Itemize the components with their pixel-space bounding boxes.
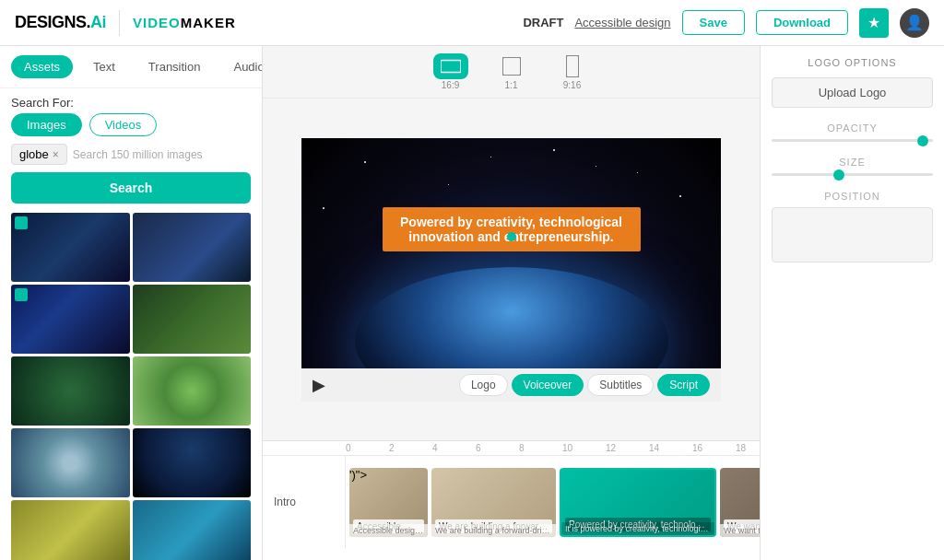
- size-section: SIZE: [772, 157, 933, 180]
- subtitles-tab[interactable]: Subtitles: [587, 374, 654, 396]
- search-placeholder: Search 150 million images: [73, 148, 203, 161]
- format-9-16-icon: [555, 53, 590, 79]
- accessible-design-link[interactable]: Accessible design: [574, 16, 670, 29]
- video-area: Powered by creativity, technological inn…: [263, 99, 760, 440]
- search-for-label: Search For:: [0, 88, 262, 113]
- header-right: DRAFT Accessible design Save Download ★ …: [523, 8, 929, 38]
- star-icon: ★: [867, 14, 880, 31]
- play-button[interactable]: ▶: [313, 375, 325, 395]
- svg-rect-0: [441, 60, 461, 72]
- size-label: SIZE: [772, 157, 933, 168]
- app-header: DESIGNS.Ai VIDEOMAKER DRAFT Accessible d…: [0, 0, 944, 46]
- image-item[interactable]: [11, 500, 130, 560]
- image-item[interactable]: [11, 285, 130, 354]
- app-prefix: VIDEO: [133, 15, 181, 30]
- avatar-button[interactable]: 👤: [900, 8, 929, 38]
- video-frame: Powered by creativity, technological inn…: [301, 138, 721, 368]
- control-tabs: Logo Voiceover Subtitles Script: [459, 374, 710, 396]
- app-name: VIDEOMAKER: [133, 15, 236, 30]
- type-videos-button[interactable]: Videos: [89, 113, 158, 136]
- tab-assets[interactable]: Assets: [11, 55, 73, 78]
- ruler-mark: 12: [606, 443, 649, 453]
- image-item[interactable]: [133, 428, 252, 497]
- image-item[interactable]: [133, 213, 252, 282]
- format-9-16-label: 9:16: [563, 80, 581, 90]
- clip-sublabel: We are building a forward-driven creativ…: [431, 524, 556, 537]
- timeline-clip-3[interactable]: Powered by creativity, technological inn…: [560, 468, 716, 537]
- opacity-label: OPACITY: [772, 122, 933, 134]
- download-button[interactable]: Download: [756, 10, 848, 35]
- logo-tab[interactable]: Logo: [459, 374, 508, 396]
- selection-handle[interactable]: [507, 232, 516, 241]
- search-tag-close[interactable]: ×: [53, 148, 59, 161]
- video-controls: ▶ Logo Voiceover Subtitles Script: [301, 368, 721, 402]
- tab-text[interactable]: Text: [80, 55, 128, 78]
- image-item[interactable]: [133, 285, 252, 354]
- timeline-clips: ')"> Accessible ... Accessible design ..…: [346, 456, 760, 548]
- opacity-section: OPACITY: [772, 122, 933, 146]
- svg-rect-1: [502, 57, 521, 76]
- opacity-thumb[interactable]: [917, 135, 928, 146]
- opacity-slider[interactable]: [772, 139, 933, 142]
- image-item[interactable]: [11, 428, 130, 497]
- video-container: Powered by creativity, technological inn…: [301, 138, 721, 402]
- center-panel: 16:9 1:1 9:16: [263, 46, 760, 560]
- ruler-mark: 6: [476, 443, 519, 453]
- ruler-mark: 8: [519, 443, 562, 453]
- sidebar: Assets Text Transition Audio Search For:…: [0, 46, 263, 560]
- script-tab[interactable]: Script: [657, 374, 710, 396]
- format-16-9[interactable]: 16:9: [433, 53, 468, 90]
- format-9-16[interactable]: 9:16: [555, 53, 590, 90]
- format-bar: 16:9 1:1 9:16: [263, 46, 760, 99]
- app-suffix: MAKER: [181, 15, 236, 30]
- ruler-mark: 16: [692, 443, 736, 453]
- favorite-button[interactable]: ★: [859, 8, 889, 38]
- image-item[interactable]: [11, 213, 130, 282]
- logo: DESIGNS.Ai: [15, 13, 106, 32]
- image-item[interactable]: [133, 500, 252, 560]
- clip-sublabel: We want to help passionate creatives and…: [720, 524, 760, 537]
- format-16-9-label: 16:9: [442, 80, 459, 90]
- image-item[interactable]: [11, 356, 130, 426]
- track-label-text: Intro: [274, 496, 296, 508]
- logo-divider: [119, 10, 120, 36]
- image-item[interactable]: [133, 356, 252, 426]
- draft-status: DRAFT: [523, 16, 563, 29]
- image-grid: [0, 213, 262, 560]
- format-1-1[interactable]: 1:1: [494, 53, 529, 90]
- video-overlay-text: Powered by creativity, technological inn…: [383, 207, 641, 251]
- timeline-clip-2[interactable]: We are building a forward-driven cr... W…: [431, 468, 556, 537]
- format-1-1-label: 1:1: [505, 80, 518, 90]
- size-thumb[interactable]: [833, 169, 844, 181]
- search-type-buttons: Images Videos: [0, 113, 262, 144]
- sidebar-tabs: Assets Text Transition Audio: [0, 46, 262, 88]
- logo-options-title: LOGO OPTIONS: [772, 57, 933, 68]
- ruler-mark: 4: [432, 443, 476, 453]
- timeline-area: 0 2 4 6 8 10 12 14 16 18 Intro ')">: [263, 440, 760, 560]
- ruler-mark: 14: [649, 443, 692, 453]
- tab-audio[interactable]: Audio: [220, 55, 263, 78]
- tab-transition[interactable]: Transition: [136, 55, 214, 78]
- logo-ai: Ai: [90, 13, 106, 31]
- size-slider[interactable]: [772, 173, 933, 176]
- track-label: Intro: [263, 456, 346, 548]
- main-layout: Assets Text Transition Audio Search For:…: [0, 46, 944, 560]
- timeline-clip-1[interactable]: ')"> Accessible ... Accessible design ..…: [349, 468, 428, 537]
- format-1-1-icon: [494, 53, 529, 79]
- position-section: POSITION: [772, 191, 933, 262]
- upload-logo-button[interactable]: Upload Logo: [772, 77, 933, 108]
- position-box[interactable]: [772, 207, 933, 262]
- search-bar: globe × Search 150 million images: [0, 144, 262, 172]
- type-images-button[interactable]: Images: [11, 113, 82, 136]
- ruler-mark: 0: [346, 443, 389, 453]
- search-tag-text: globe: [19, 147, 49, 161]
- voiceover-tab[interactable]: Voiceover: [512, 374, 584, 396]
- search-button[interactable]: Search: [11, 172, 251, 204]
- format-16-9-icon: [433, 53, 468, 79]
- timeline-clip-4[interactable]: We want to help passive creat... We want…: [720, 468, 760, 537]
- save-button[interactable]: Save: [682, 10, 745, 35]
- search-tag: globe ×: [11, 144, 67, 165]
- user-icon: 👤: [905, 14, 924, 31]
- ruler-mark: 2: [389, 443, 432, 453]
- clip-sublabel: Accessible design ...: [349, 524, 428, 537]
